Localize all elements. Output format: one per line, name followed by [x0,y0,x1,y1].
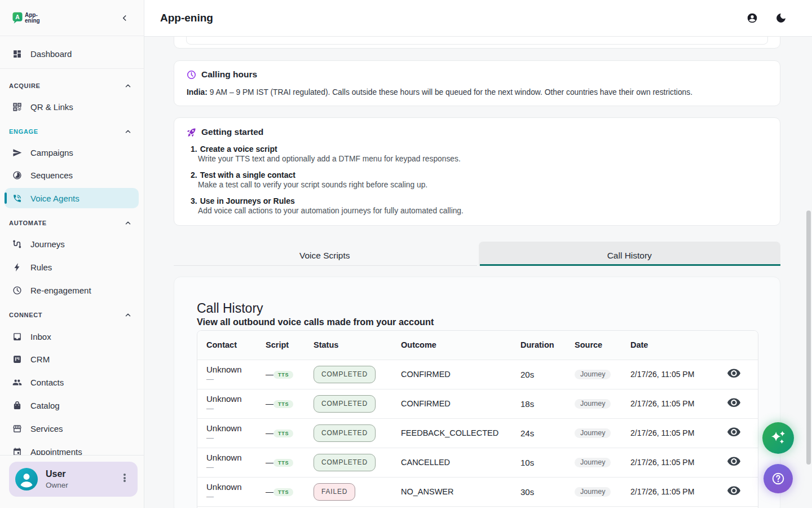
svg-text:A: A [15,14,20,20]
